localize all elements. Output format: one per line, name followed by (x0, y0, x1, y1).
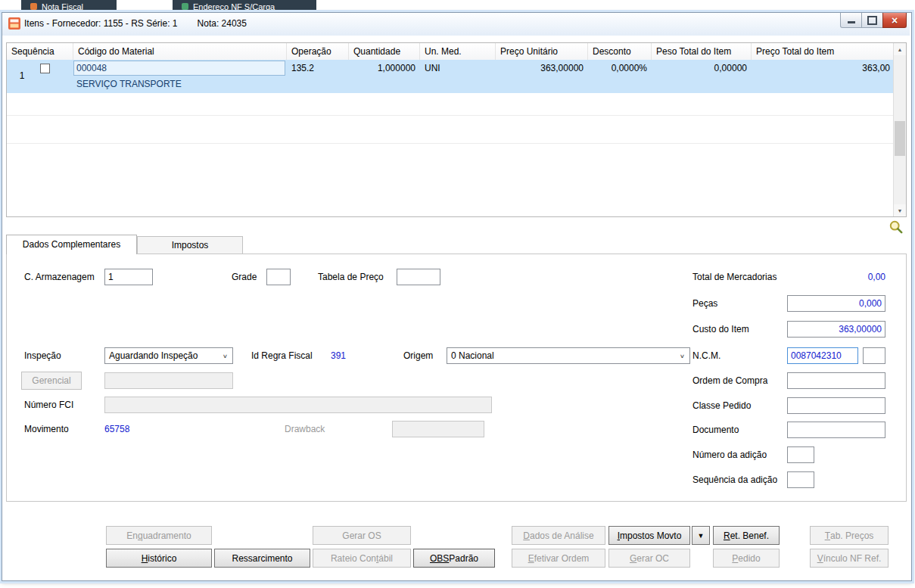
background-tab-label: Nota Fiscal (42, 2, 83, 11)
custo-do-item-input[interactable] (787, 321, 885, 338)
row-separator (7, 143, 895, 144)
col-quantidade[interactable]: Quantidade (349, 43, 420, 60)
gerencial-button: Gerencial (21, 372, 82, 390)
maximize-icon (867, 16, 877, 25)
col-operacao[interactable]: Operação (287, 43, 349, 60)
endereco-tab-icon (182, 3, 188, 10)
tabela-de-preco-input[interactable] (397, 269, 440, 285)
c-armazenagem-input[interactable] (104, 269, 153, 285)
items-grid: Sequência Código do Material Operação Qu… (6, 42, 907, 217)
documento-label: Documento (692, 425, 739, 435)
app-icon (8, 17, 20, 30)
col-un-med[interactable]: Un. Med. (420, 43, 496, 60)
c-armazenagem-label: C. Armazenagem (24, 272, 95, 282)
table-row[interactable]: 1 000048 SERVIÇO TRANSPORTE 135.2 1,0000… (7, 60, 895, 93)
numero-da-adicao-label: Número da adição (692, 450, 767, 460)
numero-fci-input (104, 397, 492, 413)
cell-preco-unitario: 363,00000 (496, 63, 584, 73)
obs-padrao-button[interactable]: OBS Padrão (413, 549, 495, 568)
grade-input[interactable] (266, 269, 291, 285)
close-icon: × (892, 15, 898, 26)
scroll-up-icon: ▲ (898, 47, 903, 52)
movimento-value: 65758 (104, 424, 129, 434)
gerar-oc-button: Gerar OC (608, 549, 690, 568)
background-tab-endereco-carga[interactable]: Endereço NF S/Carga (173, 0, 316, 13)
drawback-label: Drawback (285, 424, 325, 434)
tab-impostos[interactable]: Impostos (137, 236, 243, 254)
impostos-movto-button[interactable]: Impostos Movto (608, 526, 690, 545)
ressarcimento-button[interactable]: Ressarcimento (214, 549, 310, 568)
cell-preco-total: 363,00 (752, 63, 890, 73)
grade-label: Grade (232, 272, 257, 282)
screen: Nota Fiscal Endereço NF S/Carga Itens - … (0, 0, 915, 588)
efetivar-ordem-button: Efetivar Ordem (512, 549, 605, 568)
col-sequencia[interactable]: Sequência (7, 43, 73, 60)
window-title: Itens - Fornecedor: 1155 - RS Série: 1No… (24, 18, 247, 29)
drawback-input (392, 421, 484, 437)
inspecao-dropdown[interactable]: Aguardando Inspeção ∨ (104, 347, 233, 364)
zoom-icon[interactable] (889, 219, 904, 235)
vertical-scrollbar[interactable]: ▲ ▼ (893, 43, 906, 216)
row-checkbox[interactable] (40, 64, 50, 73)
grid-header: Sequência Código do Material Operação Qu… (7, 43, 895, 61)
impostos-movto-dropdown-button[interactable]: ▼ (692, 526, 710, 545)
cell-descricao: SERVIÇO TRANSPORTE (76, 79, 182, 89)
inspecao-label: Inspeção (24, 350, 61, 361)
minimize-icon (848, 21, 855, 23)
maximize-button[interactable] (861, 13, 883, 28)
cell-peso-total: 0,00000 (652, 63, 747, 73)
numero-da-adicao-input[interactable] (787, 446, 814, 463)
ordem-de-compra-input[interactable] (787, 372, 885, 389)
sequencia-da-adicao-input[interactable] (787, 471, 814, 488)
classe-pedido-label: Classe Pedido (692, 400, 751, 411)
origem-label: Origem (403, 350, 433, 361)
tabela-de-preco-label: Tabela de Preço (318, 272, 384, 282)
chevron-down-icon: ∨ (680, 353, 685, 359)
cell-desconto: 0,0000% (588, 63, 647, 73)
numero-fci-label: Número FCI (24, 400, 73, 410)
ncm-label: N.C.M. (692, 350, 720, 361)
historico-button[interactable]: Histórico (106, 549, 212, 568)
cell-quantidade: 1,000000 (349, 63, 415, 73)
scrollbar-thumb[interactable] (895, 121, 905, 156)
background-tab-nota-fiscal[interactable]: Nota Fiscal (21, 0, 117, 13)
ncm-input[interactable] (787, 347, 858, 364)
scroll-down-icon: ▼ (898, 208, 903, 213)
sequencia-da-adicao-label: Sequência da adição (692, 474, 777, 485)
total-de-mercadorias-value: 0,00 (787, 272, 885, 282)
gerencial-input (104, 372, 233, 389)
scroll-down-button[interactable]: ▼ (894, 204, 906, 216)
tab-dados-complementares[interactable]: Dados Complementares (6, 235, 137, 254)
enquadramento-button: Enquadramento (106, 526, 212, 545)
pedido-button: Pedido (713, 549, 780, 568)
vinculo-nf-ref-button: Vínculo NF Ref. (810, 549, 889, 568)
tab-precos-button: Tab. Preços (810, 526, 889, 545)
col-preco-total[interactable]: Preço Total do Item (752, 43, 895, 60)
col-peso-total[interactable]: Peso Total do Item (652, 43, 752, 60)
ncm-ex-input[interactable] (863, 347, 885, 364)
nota-fiscal-tab-icon (30, 3, 37, 10)
ordem-de-compra-label: Ordem de Compra (692, 375, 767, 386)
row-separator (7, 115, 895, 116)
minimize-button[interactable] (840, 13, 862, 28)
col-preco-unitario[interactable]: Preço Unitário (496, 43, 588, 60)
id-regra-fiscal-label: Id Regra Fiscal (251, 350, 313, 361)
cell-sequencia: 1 (7, 70, 37, 81)
dados-de-analise-button: Dados de Análise (512, 526, 605, 545)
scroll-up-button[interactable]: ▲ (894, 43, 906, 55)
total-de-mercadorias-label: Total de Mercadorias (692, 272, 777, 282)
classe-pedido-input[interactable] (787, 397, 885, 414)
origem-dropdown[interactable]: 0 Nacional ∨ (447, 347, 690, 364)
ret-benef-button[interactable]: Ret. Benef. (713, 526, 780, 545)
movimento-label: Movimento (24, 424, 69, 434)
cell-codigo: 000048 (76, 63, 107, 73)
col-codigo[interactable]: Código do Material (73, 43, 287, 60)
col-desconto[interactable]: Desconto (588, 43, 652, 60)
gerar-os-button: Gerar OS (313, 526, 411, 545)
id-regra-fiscal-value: 391 (331, 350, 346, 361)
pecas-input[interactable] (787, 295, 885, 312)
close-button[interactable]: × (882, 13, 907, 28)
cell-un-med: UNI (425, 63, 440, 73)
documento-input[interactable] (787, 422, 885, 438)
chevron-down-icon: ∨ (223, 353, 228, 359)
